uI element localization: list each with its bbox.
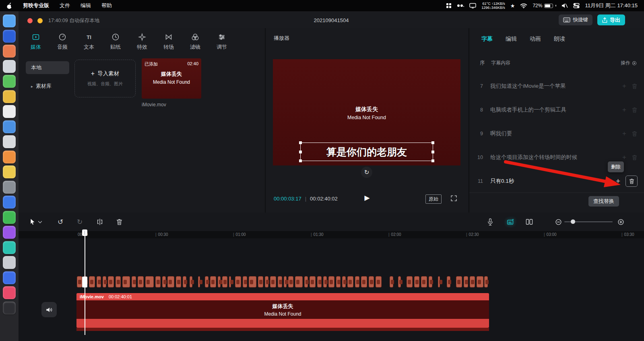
zoom-in-button[interactable] [616,217,625,226]
subtitle-row[interactable]: 7 我们知道这个iMovie是一个苹果 + [469,74,644,98]
subtitle-clip[interactable] [229,276,231,287]
delete-button[interactable] [115,217,124,226]
subtitle-clip[interactable] [421,276,427,287]
subtitle-clip[interactable] [336,276,341,287]
find-replace-button[interactable]: 查找替换 [588,196,619,207]
smart-captions-button[interactable] [506,217,515,226]
menu-datetime[interactable]: 11月9日 周二 17:40:15 [585,2,638,9]
delete-subtitle-button[interactable] [632,130,638,137]
subtitle-row-text[interactable]: 啊我们要 [490,130,512,137]
menu-item[interactable]: 编辑 [80,2,91,9]
dock-app-19[interactable] [3,286,16,299]
dock-app-20[interactable] [3,302,16,314]
dock-app-9[interactable] [3,135,16,148]
column-actions[interactable]: 操作 [621,60,637,66]
subtitle-clip[interactable] [108,276,114,287]
select-tool-button[interactable] [28,217,37,226]
delete-subtitle-button[interactable] [632,154,638,161]
subtitle-clip[interactable] [390,276,393,287]
dock-app-18[interactable] [3,271,16,284]
subtitle-clip[interactable] [317,276,322,287]
subtitle-clip[interactable] [243,276,247,287]
subtitle-clip[interactable] [210,276,216,287]
add-subtitle-button[interactable]: + [622,130,626,137]
media-tab-7[interactable]: 调节 [210,31,233,53]
dock-app-12[interactable] [3,181,16,194]
subtitle-clip[interactable] [167,276,174,287]
subtitle-clip[interactable] [484,276,488,287]
battery-indicator[interactable]: 72% [533,3,556,8]
minimize-button[interactable] [37,18,43,23]
subtitle-clip[interactable] [310,276,316,287]
subtitle-clip[interactable] [288,276,293,287]
dots-status-icon[interactable] [457,4,464,8]
subtitle-clip[interactable] [198,276,200,287]
istat-grid-icon[interactable] [446,3,452,8]
subtitle-clip[interactable] [265,276,268,287]
menu-item[interactable]: 帮助 [101,2,112,9]
subtitle-clip[interactable] [438,276,440,287]
dock-app-14[interactable] [3,211,16,224]
subtitle-clip[interactable] [205,276,208,287]
zoom-out-button[interactable] [554,217,563,226]
split-button[interactable] [95,217,104,226]
subtitle-clip[interactable] [355,276,359,287]
network-stats[interactable]: 61°C ↑12KB/s 1296↓346KB/s [481,2,505,10]
subtitle-clip[interactable] [270,276,276,287]
subtitle-clip[interactable] [347,276,353,287]
subtitle-clip[interactable] [477,276,483,287]
subtitle-row[interactable]: 11 只有0.1秒 + [469,169,644,193]
subtitle-clip[interactable] [97,276,101,287]
subtitle-clip[interactable] [235,276,241,287]
record-voiceover-button[interactable] [486,217,495,226]
delete-subtitle-button[interactable] [625,176,638,187]
add-subtitle-button[interactable]: + [616,177,620,185]
subtitle-clip[interactable] [249,276,256,287]
panel-tab-3[interactable]: 朗读 [554,35,565,43]
subtitle-clip[interactable] [176,276,181,287]
preview-split-button[interactable] [525,217,534,226]
audio-waveform-strip[interactable] [76,319,489,328]
subtitle-clip[interactable] [414,276,419,287]
subtitle-clip[interactable] [222,276,227,287]
subtitle-clip[interactable] [429,276,432,287]
media-tab-1[interactable]: 音频 [51,31,74,53]
subtitle-clip[interactable] [323,276,327,287]
subtitle-clip[interactable] [122,276,130,287]
subtitle-clip[interactable] [258,276,263,287]
subtitle-clip[interactable] [145,276,154,287]
subtitle-overlay-box[interactable]: 算是你们的老朋友 [300,143,433,161]
subtitle-clip[interactable] [464,276,468,287]
subtitle-clip[interactable] [369,276,374,287]
subtitle-clip[interactable] [190,276,192,287]
play-button[interactable]: ▶ [364,194,369,202]
delete-subtitle-button[interactable] [632,83,638,89]
subtitle-clip[interactable] [407,276,413,287]
shortcut-button[interactable]: 快捷键 [559,14,593,25]
wifi-icon[interactable] [520,3,527,8]
video-track-body[interactable]: 媒体丢失 Media Not Found [76,300,489,319]
subtitle-clip[interactable] [398,276,401,287]
dock-app-8[interactable] [3,120,16,133]
dock-app-7[interactable] [3,105,16,118]
timeline-ruler[interactable]: 00:00|00:30|01:00|01:30|02:00|02:30|03:0… [19,231,644,238]
panel-tab-0[interactable]: 字幕 [481,35,493,43]
dock-app-11[interactable] [3,165,16,178]
fullscreen-icon[interactable] [450,195,457,203]
subtitle-row[interactable]: 9 啊我们要 + [469,122,644,145]
subtitle-clip[interactable] [138,276,144,287]
dock-app-5[interactable] [3,75,16,88]
dock-app-1[interactable] [3,14,16,27]
menu-item[interactable]: 文件 [60,2,70,9]
redo-button[interactable]: ↻ [75,217,84,226]
subtitle-clip[interactable] [183,276,186,287]
dock-app-2[interactable] [3,30,16,43]
add-subtitle-button[interactable]: + [622,83,626,89]
playhead-handle[interactable] [82,229,87,236]
scale-toggle-button[interactable]: 原始 [425,194,442,204]
media-thumbnail[interactable]: 已添加 02:40 媒体丢失 Media Not Found [142,58,201,99]
subtitle-clip[interactable] [132,276,136,287]
add-subtitle-button[interactable]: + [622,106,626,113]
subtitle-clip[interactable] [342,276,346,287]
export-button[interactable]: 导出 [597,14,625,25]
